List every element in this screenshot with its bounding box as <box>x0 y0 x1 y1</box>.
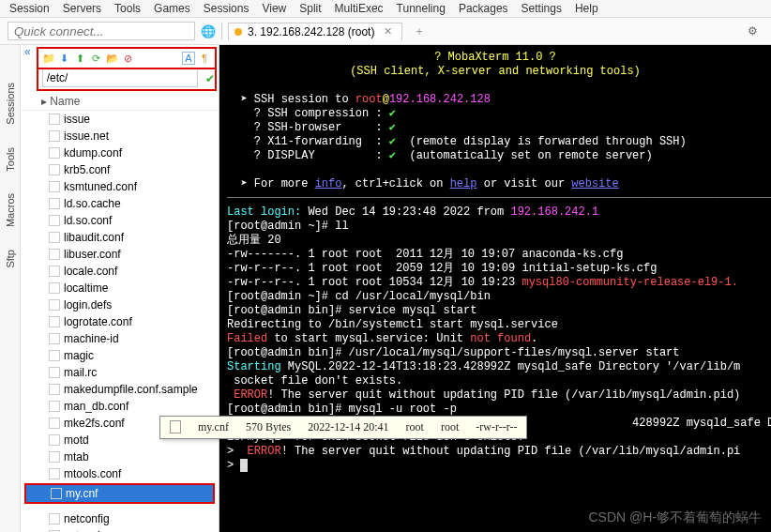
file-item[interactable]: networks <box>21 527 219 532</box>
side-panel-tabs: Sessions Tools Macros Sftp <box>0 45 21 532</box>
file-item[interactable]: kdump.conf <box>21 144 219 161</box>
settings-icon[interactable]: ⚙ <box>748 24 758 38</box>
file-item[interactable]: ld.so.cache <box>21 195 219 212</box>
menu-tools[interactable]: Tools <box>114 2 141 15</box>
menu-settings[interactable]: Settings <box>522 2 562 15</box>
file-name: logrotate.conf <box>64 314 132 329</box>
file-item[interactable]: krb5.conf <box>21 161 219 178</box>
file-icon <box>49 215 60 226</box>
collapse-panel-icon[interactable]: « <box>21 45 35 58</box>
file-item[interactable]: mtab <box>21 448 219 465</box>
menu-sessions2[interactable]: Sessions <box>204 2 249 15</box>
file-item[interactable]: issue.net <box>21 128 219 144</box>
file-item[interactable]: my.cnf <box>26 485 213 502</box>
file-icon <box>49 299 60 311</box>
file-item[interactable]: man_db.conf <box>21 398 219 415</box>
tooltip-perms: -rw-r--r-- <box>476 420 517 434</box>
file-item[interactable]: makedumpfile.conf.sample <box>21 381 219 398</box>
file-item[interactable]: logrotate.conf <box>21 313 219 330</box>
file-name: ld.so.conf <box>64 213 112 228</box>
side-tab-tools[interactable]: Tools <box>5 147 16 172</box>
menu-tunneling[interactable]: Tunneling <box>397 2 446 15</box>
quick-connect-input[interactable] <box>8 22 195 40</box>
file-item[interactable]: libaudit.conf <box>21 229 219 246</box>
file-name: ksmtuned.conf <box>64 179 137 194</box>
file-name: krb5.conf <box>64 162 110 177</box>
file-name: my.cnf <box>66 486 98 501</box>
file-item[interactable]: netconfig <box>21 510 219 527</box>
new-folder-icon[interactable]: 📂 <box>106 52 119 65</box>
tooltip-date: 2022-12-14 20:41 <box>308 420 388 434</box>
file-icon <box>49 232 60 243</box>
file-tooltip: my.cnf 570 Bytes 2022-12-14 20:41 root r… <box>159 416 527 439</box>
text-icon[interactable]: A <box>182 52 195 65</box>
file-icon <box>49 513 60 524</box>
file-icon <box>170 420 181 433</box>
column-header-name[interactable]: ▸ Name <box>21 93 219 111</box>
watermark: CSDN @H-够不着葡萄的蜗牛 <box>588 509 762 526</box>
close-tab-icon[interactable]: ✕ <box>384 25 392 38</box>
menu-view[interactable]: View <box>262 2 286 15</box>
file-name: networks <box>64 528 109 532</box>
path-ok-icon: ✔ <box>205 72 215 85</box>
file-icon <box>49 181 60 192</box>
file-item[interactable]: localtime <box>21 280 219 296</box>
file-name: issue <box>64 112 90 127</box>
menu-multiexec[interactable]: MultiExec <box>335 2 384 15</box>
file-tree[interactable]: issueissue.netkdump.confkrb5.confksmtune… <box>21 111 219 532</box>
delete-icon[interactable]: ⊘ <box>122 52 135 65</box>
file-item[interactable]: ksmtuned.conf <box>21 178 219 195</box>
menu-session[interactable]: Session <box>9 2 50 15</box>
refresh-icon[interactable]: ⟳ <box>90 52 103 65</box>
side-tab-macros[interactable]: Macros <box>5 193 16 227</box>
file-icon <box>49 198 60 209</box>
find-icon[interactable]: ¶ <box>198 52 211 65</box>
menu-help[interactable]: Help <box>575 2 598 15</box>
file-icon <box>49 164 60 175</box>
file-icon <box>49 114 60 125</box>
menu-servers[interactable]: Servers <box>63 2 101 15</box>
sftp-panel: « 📁 ⬇ ⬆ ⟳ 📂 ⊘ A ¶ ✔ <box>21 45 219 532</box>
file-item[interactable]: machine-id <box>21 330 219 347</box>
file-icon <box>49 266 60 277</box>
file-icon <box>51 488 62 499</box>
file-name: mail.rc <box>64 365 97 380</box>
menu-games[interactable]: Games <box>154 2 190 15</box>
file-icon <box>49 418 60 429</box>
menu-packages[interactable]: Packages <box>459 2 508 15</box>
terminal[interactable]: ? MobaXterm 11.0 ?(SSH client, X-server … <box>219 45 771 532</box>
download-icon[interactable]: ⬇ <box>58 52 71 65</box>
sftp-path-input[interactable] <box>42 69 198 87</box>
upload-icon[interactable]: ⬆ <box>74 52 87 65</box>
file-icon <box>49 316 60 327</box>
file-item[interactable]: libuser.conf <box>21 246 219 263</box>
file-name: mtools.conf <box>64 466 121 481</box>
file-icon <box>49 451 60 463</box>
file-name: libuser.conf <box>64 247 121 262</box>
file-item[interactable]: ld.so.conf <box>21 212 219 229</box>
folder-icon[interactable]: 📁 <box>42 52 55 65</box>
menu-bar: Session Servers Tools Games Sessions Vie… <box>0 0 771 18</box>
file-icon <box>49 434 60 446</box>
file-icon <box>49 401 60 412</box>
file-item[interactable]: issue <box>21 111 219 128</box>
tooltip-size: 570 Bytes <box>246 420 291 434</box>
file-item[interactable]: magic <box>21 347 219 364</box>
new-tab-button[interactable]: ＋ <box>408 23 431 39</box>
file-item[interactable]: login.defs <box>21 296 219 313</box>
file-icon <box>49 468 60 479</box>
file-icon <box>49 282 60 294</box>
side-tab-sessions[interactable]: Sessions <box>5 83 16 125</box>
sftp-toolbar: 📁 ⬇ ⬆ ⟳ 📂 ⊘ A ¶ <box>37 47 217 69</box>
menu-split[interactable]: Split <box>299 2 321 15</box>
file-item[interactable]: mail.rc <box>21 364 219 381</box>
tab-title: 3. 192.168.242.128 (root) <box>248 25 374 38</box>
file-item[interactable]: mtools.conf <box>21 465 219 482</box>
file-name: machine-id <box>64 331 119 346</box>
file-name: magic <box>64 348 94 363</box>
tooltip-group: root <box>441 420 459 434</box>
session-tab[interactable]: 3. 192.168.242.128 (root) ✕ <box>228 23 402 40</box>
globe-icon[interactable]: 🌐 <box>201 24 216 38</box>
side-tab-sftp[interactable]: Sftp <box>5 250 16 268</box>
file-item[interactable]: locale.conf <box>21 263 219 280</box>
